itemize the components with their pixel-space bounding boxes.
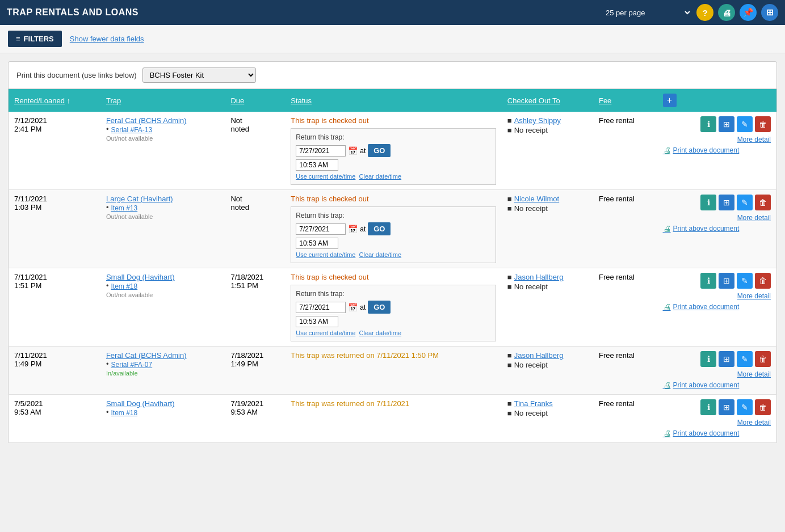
edit-button[interactable]: ✎	[737, 351, 753, 367]
checked-out-person-link[interactable]: Jason Hallberg	[514, 351, 564, 360]
trap-name-link[interactable]: Feral Cat (BCHS Admin)	[106, 116, 187, 125]
print-above-text[interactable]: Print above document	[673, 381, 740, 389]
th-fee[interactable]: Fee	[593, 89, 657, 112]
delete-button[interactable]: 🗑	[755, 351, 771, 367]
trap-serial-link[interactable]: Serial #FA-07	[111, 361, 152, 369]
trap-serial-link[interactable]: Item #18	[111, 282, 137, 290]
print-doc-select[interactable]: BCHS Foster Kit	[142, 67, 256, 83]
td-status: This trap is checked out Return this tra…	[285, 112, 502, 190]
th-plus: +	[657, 89, 777, 112]
edit-button[interactable]: ✎	[737, 399, 753, 415]
delete-button[interactable]: 🗑	[755, 195, 771, 210]
td-rented: 7/11/20211:03 PM	[9, 190, 100, 268]
return-time-input[interactable]	[296, 316, 338, 327]
more-detail-link[interactable]: More detail	[663, 292, 771, 300]
use-current-datetime-link[interactable]: Use current date/time	[296, 173, 355, 180]
print-above-text[interactable]: Print above document	[673, 225, 740, 233]
calendar-icon[interactable]: 📅	[348, 225, 358, 234]
grid-button[interactable]: ⊞	[719, 351, 734, 367]
checked-out-person-link[interactable]: Nicole Wilmot	[514, 195, 559, 203]
info-button[interactable]: ℹ	[700, 399, 716, 415]
delete-button[interactable]: 🗑	[755, 399, 771, 415]
print-above-link[interactable]: 🖨 Print above document	[663, 146, 771, 155]
clear-datetime-link[interactable]: Clear date/time	[359, 251, 402, 258]
more-detail-link[interactable]: More detail	[663, 419, 771, 427]
pin-button[interactable]: 📌	[740, 4, 757, 21]
print-above-link[interactable]: 🖨 Print above document	[663, 429, 771, 438]
th-fee-link[interactable]: Fee	[599, 96, 611, 105]
more-detail-link[interactable]: More detail	[663, 370, 771, 378]
clear-datetime-link[interactable]: Clear date/time	[359, 173, 402, 180]
info-button[interactable]: ℹ	[700, 195, 716, 210]
checked-out-person-link[interactable]: Tina Franks	[514, 399, 553, 408]
print-above-link[interactable]: 🖨 Print above document	[663, 302, 771, 311]
data-table: Rented/Loaned ↑ Trap Due Status Checked …	[8, 88, 777, 443]
trap-name-link[interactable]: Large Cat (Havihart)	[106, 195, 173, 203]
info-button[interactable]: ℹ	[700, 116, 716, 132]
return-date-input[interactable]	[296, 223, 346, 235]
add-row-button[interactable]: +	[663, 94, 677, 107]
th-trap[interactable]: Trap	[100, 89, 225, 112]
return-box-label: Return this trap:	[296, 212, 491, 219]
clear-datetime-link[interactable]: Clear date/time	[359, 330, 402, 336]
print-above-text[interactable]: Print above document	[673, 429, 740, 437]
td-checked-out-to: ■ Jason Hallberg ■ No receipt	[502, 347, 593, 395]
return-time-input[interactable]	[296, 159, 338, 171]
th-due-link[interactable]: Due	[230, 96, 244, 105]
edit-button[interactable]: ✎	[737, 273, 753, 289]
edit-button[interactable]: ✎	[737, 195, 753, 210]
print-above-link[interactable]: 🖨 Print above document	[663, 381, 771, 390]
th-due[interactable]: Due	[225, 89, 285, 112]
print-button[interactable]: 🖨	[718, 4, 735, 21]
grid-button[interactable]: ⊞	[719, 195, 734, 210]
return-date-input[interactable]	[296, 145, 346, 157]
calendar-icon[interactable]: 📅	[348, 146, 358, 155]
th-status-link[interactable]: Status	[291, 96, 312, 105]
checked-out-person-link[interactable]: Jason Hallberg	[514, 273, 564, 281]
return-links: Use current date/time Clear date/time	[296, 330, 491, 336]
more-detail-link[interactable]: More detail	[663, 136, 771, 143]
grid-button[interactable]: ⊞	[761, 4, 778, 21]
print-above-text[interactable]: Print above document	[673, 303, 740, 311]
show-fewer-link[interactable]: Show fewer data fields	[70, 35, 144, 43]
trap-serial-link[interactable]: Serial #FA-13	[111, 126, 152, 134]
trap-serial-link[interactable]: Item #18	[111, 409, 137, 417]
checked-out-person-link[interactable]: Ashley Shippy	[514, 116, 561, 125]
return-date-input[interactable]	[296, 302, 346, 313]
print-above-text[interactable]: Print above document	[673, 146, 740, 154]
display-dropdown[interactable]: Display: 25 per page ▾ 10 per page 25 pe…	[600, 7, 692, 19]
edit-button[interactable]: ✎	[737, 116, 753, 132]
due-time: 1:49 PM	[230, 360, 258, 368]
return-time-input[interactable]	[296, 238, 338, 249]
action-buttons: ℹ ⊞ ✎ 🗑	[663, 351, 771, 367]
use-current-datetime-link[interactable]: Use current date/time	[296, 251, 355, 258]
filters-button[interactable]: ≡ FILTERS	[8, 31, 62, 47]
th-checked-out-link[interactable]: Checked Out To	[507, 96, 560, 105]
info-button[interactable]: ℹ	[700, 351, 716, 367]
calendar-icon[interactable]: 📅	[348, 303, 358, 312]
grid-button[interactable]: ⊞	[719, 116, 734, 132]
print-above-link[interactable]: 🖨 Print above document	[663, 224, 771, 233]
help-button[interactable]: ?	[696, 4, 713, 21]
go-button[interactable]: GO	[368, 301, 391, 314]
th-checked-out-to[interactable]: Checked Out To	[502, 89, 593, 112]
th-rented-link[interactable]: Rented/Loaned	[14, 96, 65, 105]
more-detail-link[interactable]: More detail	[663, 214, 771, 222]
trap-name-link[interactable]: Small Dog (Havihart)	[106, 399, 175, 408]
grid-button[interactable]: ⊞	[719, 399, 734, 415]
info-button[interactable]: ℹ	[700, 273, 716, 289]
trap-name-link[interactable]: Small Dog (Havihart)	[106, 273, 175, 281]
trap-serial-link[interactable]: Item #13	[111, 204, 137, 212]
availability-text: Out/not available	[106, 292, 220, 298]
delete-button[interactable]: 🗑	[755, 116, 771, 132]
th-status[interactable]: Status	[285, 89, 502, 112]
at-text: at	[360, 147, 366, 155]
delete-button[interactable]: 🗑	[755, 273, 771, 289]
trap-name-link[interactable]: Feral Cat (BCHS Admin)	[106, 351, 187, 360]
go-button[interactable]: GO	[368, 144, 391, 157]
use-current-datetime-link[interactable]: Use current date/time	[296, 330, 355, 336]
grid-button[interactable]: ⊞	[719, 273, 734, 289]
th-rented[interactable]: Rented/Loaned ↑	[9, 89, 100, 112]
go-button[interactable]: GO	[368, 222, 391, 235]
th-trap-link[interactable]: Trap	[106, 96, 121, 105]
